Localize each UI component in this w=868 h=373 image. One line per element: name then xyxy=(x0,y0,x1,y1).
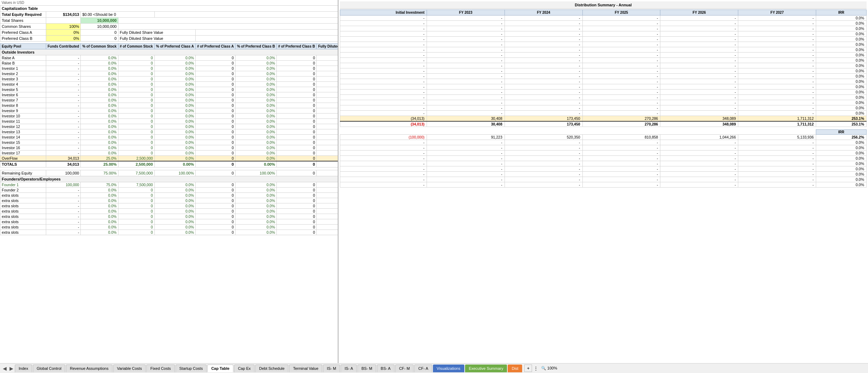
dist-investor-row: ------0.0% xyxy=(340,63,867,68)
dist-founder-row: ------0.0% xyxy=(340,151,867,156)
tab-fixed-costs[interactable]: Fixed Costs xyxy=(146,365,175,372)
equity-required-label: Total Equity Required xyxy=(0,12,46,18)
should-be-zero: $0.00 <Should be 0 xyxy=(81,12,154,18)
dist-investor-row: ------0.0% xyxy=(340,95,867,100)
tabs-container: IndexGlobal ControlRevenue AssumptionsVa… xyxy=(15,365,523,372)
tab-bar: ◀ ▶ IndexGlobal ControlRevenue Assumptio… xyxy=(0,363,868,373)
investor-row: Investor 4-0.0%00.0%00.0%00.0%0$0 xyxy=(0,82,339,87)
investor-row: Investor 14-0.0%00.0%00.0%00.0%0$0 xyxy=(0,135,339,140)
main-container: Values in USD Capitalization Table Total… xyxy=(0,0,868,373)
tab-startup-costs[interactable]: Startup Costs xyxy=(176,365,207,372)
tab-is--m[interactable]: IS- M xyxy=(323,365,340,372)
dist-founder-row: ------0.0% xyxy=(340,177,867,182)
totals-pct-pa: 0.00% xyxy=(154,161,195,167)
total-shares-row: Total Shares 10,000,000 xyxy=(0,18,339,24)
left-pane: Values in USD Capitalization Table Total… xyxy=(0,0,338,363)
tab-executive-summary[interactable]: Executive Summary xyxy=(465,365,507,372)
dist-col-fy24: FY 2024 xyxy=(505,10,582,16)
total-shares-label: Total Shares xyxy=(0,18,46,24)
founder-row: extra slots-0.0%00.0%00.0%00.0%0$0 xyxy=(0,225,339,230)
dist-investor-row: ------0.0% xyxy=(340,16,867,21)
right-pane: Distribution Summary - Annual Initial In… xyxy=(338,0,868,363)
col-funds: Funds Contributed xyxy=(46,44,81,49)
totals-pct-cs: 25.00% xyxy=(81,161,118,167)
dist-investor-row: ------0.0% xyxy=(340,68,867,74)
common-shares-num: 10,000,000 xyxy=(81,24,118,30)
col-pct-pa: % of Preferred Class A xyxy=(154,44,195,49)
investor-row: Investor 3-0.0%00.0%00.0%00.0%0$0 xyxy=(0,77,339,82)
investor-row: Investor 12-0.0%00.0%00.0%00.0%0$0 xyxy=(0,124,339,129)
tab-prev-btn[interactable]: ◀ xyxy=(1,366,8,371)
tab-is--a[interactable]: IS- A xyxy=(341,365,357,372)
dist-investor-row: ------0.0% xyxy=(340,105,867,111)
dist-investor-row: ------0.0% xyxy=(340,42,867,47)
remaining-equity-row: Remaining Equity 100,000 75.00% 7,500,00… xyxy=(0,170,339,176)
dist-investor-row: ------0.0% xyxy=(340,21,867,26)
values-label-row: Values in USD xyxy=(0,0,339,6)
preferred-b-row: Preferred Class B 0% 0 Fully Diluted Sha… xyxy=(0,36,339,42)
founder-row: extra slots-0.0%00.0%00.0%00.0%0$0 xyxy=(0,198,339,203)
tab-menu-btn[interactable]: ⋮ xyxy=(532,366,540,371)
tab-global-control[interactable]: Global Control xyxy=(33,365,65,372)
remaining-equity-num-pa: 0 xyxy=(196,170,236,176)
dist-investor-row: ------0.0% xyxy=(340,53,867,58)
common-shares-pct: 100% xyxy=(46,24,81,30)
cap-table-title-row: Capitalization Table xyxy=(0,6,339,12)
preferred-a-num: 0 xyxy=(81,30,118,36)
tab-variable-costs[interactable]: Variable Costs xyxy=(113,365,146,372)
totals-pct-pb: 0.00% xyxy=(236,161,277,167)
col-num-common: # of Common Stock xyxy=(118,44,154,49)
tab-next-btn[interactable]: ▶ xyxy=(8,366,15,371)
tab-dist[interactable]: Dist xyxy=(508,365,522,372)
outside-investors-label: Outside Investors xyxy=(0,49,339,55)
tab-cf--m[interactable]: CF- M xyxy=(395,365,414,372)
founder-row: extra slots-0.0%00.0%00.0%00.0%0$0 xyxy=(0,230,339,235)
col-pct-common: % of Common Stock xyxy=(81,44,118,49)
common-shares-row: Common Shares 100% 10,000,000 xyxy=(0,24,339,30)
tab-revenue-assumptions[interactable]: Revenue Assumptions xyxy=(66,365,112,372)
tab-visualizations[interactable]: Visualizations xyxy=(433,365,464,372)
col-num-pa: # of Preferred Class A xyxy=(196,44,236,49)
tab-cap-table[interactable]: Cap Table xyxy=(207,365,233,372)
tab-cf--a[interactable]: CF- A xyxy=(414,365,432,372)
zoom-level: 🔍 100% xyxy=(541,366,557,371)
irr-col-header-founders: IRR xyxy=(816,130,867,135)
preferred-b-note: Fully Diluted Share Value xyxy=(118,36,195,42)
preferred-a-label: Preferred Class A xyxy=(0,30,46,36)
dist-col-fy27: FY 2027 xyxy=(738,10,816,16)
spacer2 xyxy=(0,167,339,170)
preferred-b-num: 0 xyxy=(81,36,118,42)
totals-funds: 34,013 xyxy=(46,161,81,167)
tab-index[interactable]: Index xyxy=(15,365,32,372)
dist-col-fy25: FY 2025 xyxy=(582,10,660,16)
dist-investor-row: ------0.0% xyxy=(340,47,867,53)
dist-investor-row: ------0.0% xyxy=(340,84,867,90)
founder-row: Founder 2-0.0%00.0%00.0%00.0%0$0 xyxy=(0,188,339,193)
dist-founder-row: ------0.0% xyxy=(340,145,867,151)
founders-header: Founders/Operators/Employees xyxy=(0,176,339,182)
investor-row: Investor 11-0.0%00.0%00.0%00.0%0$0 xyxy=(0,119,339,124)
dist-summary-title: Distribution Summary - Annual xyxy=(340,1,867,9)
dist-investor-row: ------0.0% xyxy=(340,79,867,84)
dist-investor-row: ------0.0% xyxy=(340,58,867,63)
tab-bs--m[interactable]: BS- M xyxy=(357,365,376,372)
values-label: Values in USD xyxy=(0,0,339,6)
remaining-equity-pct-pa: 100.00% xyxy=(154,170,195,176)
add-tab-btn[interactable]: + xyxy=(524,365,532,372)
tab-debt-schedule[interactable]: Debt Schedule xyxy=(255,365,288,372)
dist-investor-row: ------0.0% xyxy=(340,111,867,116)
column-header-row: Equity Pool Funds Contributed % of Commo… xyxy=(0,44,339,49)
dist-investor-row: ------0.0% xyxy=(340,31,867,37)
tab-cap-ex[interactable]: Cap Ex xyxy=(234,365,255,372)
remaining-equity-funds: 100,000 xyxy=(46,170,81,176)
tab-terminal-value[interactable]: Terminal Value xyxy=(289,365,322,372)
preferred-a-row: Preferred Class A 0% 0 Fully Diluted Sha… xyxy=(0,30,339,36)
tab-bs--a[interactable]: BS- A xyxy=(377,365,395,372)
founder-row: extra slots-0.0%00.0%00.0%00.0%0$0 xyxy=(0,209,339,214)
col-pct-pb: % of Preferred Class B xyxy=(236,44,277,49)
dist-founder-row: ------0.0% xyxy=(340,172,867,177)
investor-row: Raise B-0.0%00.0%00.0%00.0%0$0 xyxy=(0,61,339,66)
remaining-equity-fd-pct: 75.00% xyxy=(317,170,338,176)
col-equity-pool: Equity Pool xyxy=(0,44,46,49)
investor-row: Investor 6-0.0%00.0%00.0%00.0%0$0 xyxy=(0,92,339,98)
